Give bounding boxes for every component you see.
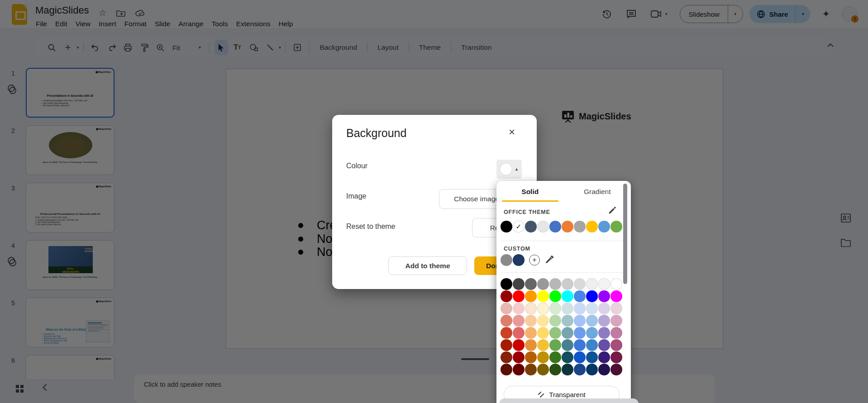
color-swatch[interactable]	[501, 327, 512, 339]
color-swatch[interactable]	[598, 221, 610, 232]
color-swatch[interactable]	[549, 290, 561, 302]
color-swatch[interactable]	[513, 351, 525, 363]
color-swatch[interactable]	[574, 364, 586, 375]
color-swatch[interactable]	[537, 221, 549, 232]
color-swatch[interactable]	[549, 221, 561, 232]
color-swatch[interactable]	[598, 303, 610, 314]
color-swatch[interactable]	[598, 278, 610, 290]
color-swatch[interactable]	[574, 303, 586, 314]
color-swatch[interactable]	[525, 303, 537, 314]
color-swatch[interactable]	[574, 221, 586, 232]
color-swatch[interactable]	[537, 303, 549, 314]
color-swatch[interactable]	[586, 290, 598, 302]
popup-scrollbar[interactable]	[623, 184, 627, 284]
color-swatch[interactable]	[537, 339, 549, 351]
color-swatch[interactable]	[574, 339, 586, 351]
color-swatch[interactable]	[513, 327, 525, 339]
color-swatch[interactable]	[610, 278, 622, 290]
color-swatch[interactable]	[598, 339, 610, 351]
color-swatch[interactable]	[610, 290, 622, 302]
eyedropper-icon[interactable]	[544, 255, 554, 265]
color-swatch[interactable]	[525, 364, 537, 375]
color-swatch[interactable]	[525, 290, 537, 302]
color-swatch[interactable]	[525, 351, 537, 363]
color-swatch[interactable]	[501, 315, 512, 327]
color-swatch[interactable]	[562, 278, 573, 290]
color-swatch[interactable]	[610, 339, 622, 351]
color-swatch[interactable]	[549, 303, 561, 314]
color-swatch[interactable]	[598, 351, 610, 363]
color-swatch[interactable]	[586, 315, 598, 327]
color-swatch[interactable]	[562, 315, 573, 327]
color-swatch[interactable]	[586, 351, 598, 363]
color-swatch[interactable]	[549, 315, 561, 327]
color-swatch[interactable]	[513, 278, 525, 290]
color-swatch[interactable]	[501, 364, 512, 375]
tab-solid[interactable]: Solid	[496, 181, 564, 203]
color-swatch[interactable]	[501, 254, 512, 266]
color-swatch[interactable]	[610, 327, 622, 339]
color-swatch[interactable]	[525, 278, 537, 290]
color-swatch[interactable]	[549, 327, 561, 339]
color-swatch[interactable]	[562, 221, 573, 232]
color-swatch[interactable]	[610, 364, 622, 375]
add-custom-colour-icon[interactable]: +	[529, 255, 540, 266]
color-swatch[interactable]	[598, 315, 610, 327]
color-swatch[interactable]	[525, 315, 537, 327]
color-swatch[interactable]	[586, 221, 598, 232]
color-swatch[interactable]	[562, 290, 573, 302]
color-swatch[interactable]	[501, 278, 512, 290]
color-swatch-selected[interactable]: ✓	[513, 221, 525, 232]
color-swatch[interactable]	[537, 351, 549, 363]
color-swatch[interactable]	[574, 315, 586, 327]
color-swatch[interactable]	[549, 364, 561, 375]
color-swatch[interactable]	[574, 290, 586, 302]
close-icon[interactable]: ×	[509, 127, 515, 137]
color-swatch[interactable]	[513, 254, 525, 266]
color-swatch[interactable]	[586, 303, 598, 314]
color-swatch[interactable]	[598, 290, 610, 302]
color-swatch[interactable]	[562, 364, 573, 375]
color-swatch[interactable]	[549, 339, 561, 351]
color-swatch[interactable]	[610, 315, 622, 327]
color-swatch[interactable]	[513, 315, 525, 327]
tab-gradient[interactable]: Gradient	[564, 181, 631, 203]
color-swatch[interactable]	[537, 327, 549, 339]
color-swatch[interactable]	[610, 351, 622, 363]
color-swatch[interactable]	[537, 315, 549, 327]
color-swatch[interactable]	[537, 278, 549, 290]
color-swatch[interactable]	[525, 339, 537, 351]
color-swatch[interactable]	[537, 364, 549, 375]
color-swatch[interactable]	[513, 339, 525, 351]
color-swatch[interactable]	[586, 339, 598, 351]
color-swatch[interactable]	[586, 364, 598, 375]
add-to-theme-button[interactable]: Add to theme	[388, 256, 467, 275]
color-swatch[interactable]	[610, 221, 622, 232]
color-swatch[interactable]	[574, 327, 586, 339]
color-swatch[interactable]	[513, 364, 525, 375]
color-swatch[interactable]	[586, 327, 598, 339]
color-swatch[interactable]	[574, 351, 586, 363]
color-swatch[interactable]	[549, 278, 561, 290]
color-swatch[interactable]	[501, 351, 512, 363]
color-swatch[interactable]	[513, 290, 525, 302]
color-swatch[interactable]	[513, 303, 525, 314]
color-swatch[interactable]	[574, 278, 586, 290]
color-swatch[interactable]	[562, 339, 573, 351]
color-swatch[interactable]	[549, 351, 561, 363]
color-swatch[interactable]	[562, 351, 573, 363]
color-swatch[interactable]	[537, 290, 549, 302]
color-swatch[interactable]	[562, 327, 573, 339]
edit-theme-pencil-icon[interactable]	[608, 206, 616, 214]
color-swatch[interactable]	[525, 327, 537, 339]
color-swatch[interactable]	[525, 221, 537, 232]
color-swatch[interactable]	[562, 303, 573, 314]
colour-swatch-dropdown[interactable]: ▲	[496, 160, 522, 179]
color-swatch[interactable]	[586, 278, 598, 290]
color-swatch[interactable]	[501, 290, 512, 302]
color-swatch[interactable]	[610, 303, 622, 314]
color-swatch[interactable]	[501, 303, 512, 314]
color-swatch[interactable]	[598, 364, 610, 375]
color-swatch[interactable]	[501, 221, 512, 232]
color-swatch[interactable]	[598, 327, 610, 339]
